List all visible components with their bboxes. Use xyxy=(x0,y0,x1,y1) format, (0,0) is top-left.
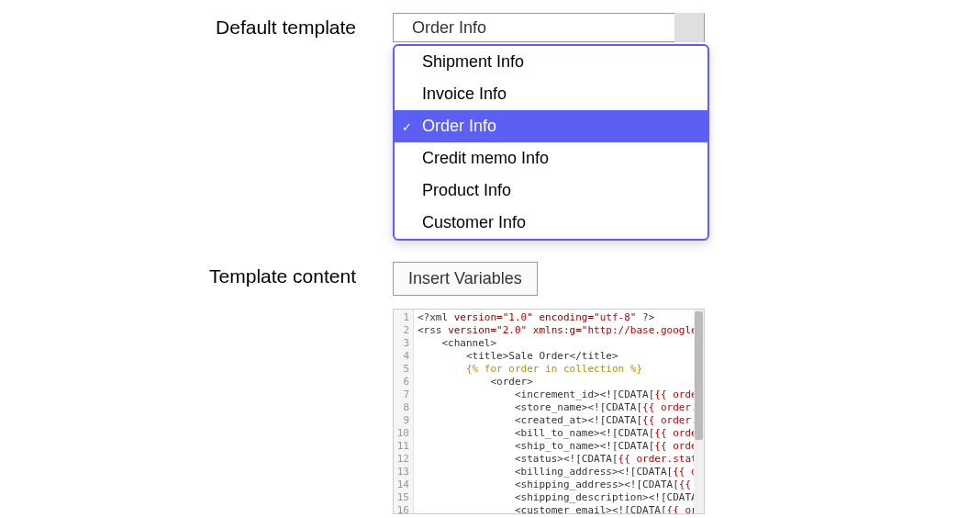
line-gutter: 12345678910111213141516 xyxy=(394,310,414,513)
code-pane[interactable]: <?xml version="1.0" encoding="utf-8" ?><… xyxy=(414,310,704,513)
default-template-field: Order Info Shipment Info Invoice Info ✓ … xyxy=(393,13,705,42)
dropdown-item-product-info[interactable]: Product Info xyxy=(395,175,707,207)
code-editor[interactable]: 12345678910111213141516 <?xml version="1… xyxy=(393,309,705,514)
chevron-down-icon xyxy=(674,13,704,42)
default-template-row: Default template Order Info Shipment Inf… xyxy=(191,13,705,42)
dropdown-item-invoice-info[interactable]: Invoice Info xyxy=(395,78,707,110)
insert-variables-button[interactable]: Insert Variables xyxy=(393,262,538,296)
dropdown-item-customer-info[interactable]: Customer Info xyxy=(395,207,707,239)
template-content-row: Template content Insert Variables 123456… xyxy=(191,262,705,514)
dropdown-item-credit-memo-info[interactable]: Credit memo Info xyxy=(395,142,707,175)
template-content-label: Template content xyxy=(191,262,356,287)
scrollbar-thumb[interactable] xyxy=(695,311,703,440)
template-content-field: Insert Variables 12345678910111213141516… xyxy=(393,262,705,514)
dropdown-item-shipment-info[interactable]: Shipment Info xyxy=(395,46,707,78)
dropdown-item-order-info[interactable]: ✓ Order Info xyxy=(395,110,707,142)
default-template-select[interactable]: Order Info xyxy=(393,13,705,42)
checkmark-icon: ✓ xyxy=(402,119,412,133)
editor-scrollbar[interactable] xyxy=(694,310,704,513)
default-template-dropdown: Shipment Info Invoice Info ✓ Order Info … xyxy=(393,44,709,241)
select-value: Order Info xyxy=(412,18,486,38)
default-template-label: Default template xyxy=(191,13,356,39)
